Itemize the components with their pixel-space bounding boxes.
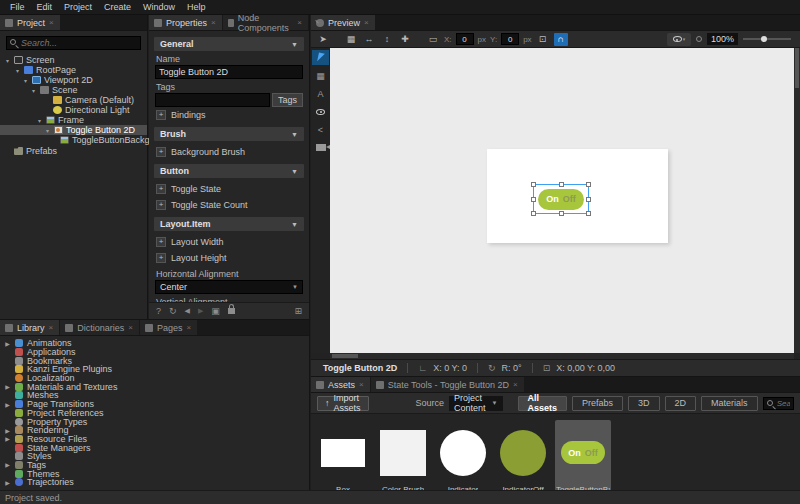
tab-library[interactable]: Library ×	[0, 320, 59, 335]
close-icon[interactable]: ×	[128, 324, 133, 332]
filter-all-assets[interactable]: All Assets	[518, 396, 568, 411]
asset-box[interactable]: Box	[315, 420, 371, 496]
toggle-state-row[interactable]: + Toggle State	[149, 181, 309, 197]
tree-item-rootpage[interactable]: ▾ RootPage	[0, 65, 147, 75]
bindings-row[interactable]: + Bindings	[149, 107, 309, 123]
x-input[interactable]	[456, 33, 474, 45]
help-icon[interactable]: ?	[156, 306, 161, 316]
menu-file[interactable]: File	[4, 1, 31, 13]
anchor-tool-icon[interactable]: ⊡	[536, 33, 550, 46]
expander-icon[interactable]: ▶	[4, 461, 11, 468]
visibility-button[interactable]: ▾	[667, 33, 691, 46]
expander-icon[interactable]: ▾	[44, 127, 51, 134]
tangent-tool[interactable]: <	[312, 122, 329, 137]
add-icon[interactable]: +	[156, 184, 166, 194]
expander-icon[interactable]: ▶	[4, 401, 11, 408]
preview-canvas[interactable]: On Off	[330, 48, 794, 353]
grid-tool-icon[interactable]: ▦	[344, 33, 358, 46]
rect-tool-icon[interactable]: ▭	[426, 33, 440, 46]
scrollbar-thumb[interactable]	[332, 354, 358, 358]
tree-item-scene[interactable]: ▾ Scene	[0, 85, 147, 95]
grid-overlay-tool[interactable]: ▦	[312, 68, 329, 83]
resize-handle[interactable]	[559, 211, 564, 216]
add-icon[interactable]: +	[156, 237, 166, 247]
forward-icon[interactable]: ▶	[198, 307, 203, 315]
expander-icon[interactable]: ▾	[4, 57, 11, 64]
close-icon[interactable]: ×	[513, 381, 518, 389]
asset-indicator-off[interactable]: IndicatorOff	[495, 420, 551, 496]
name-field[interactable]	[155, 65, 303, 79]
filter-2d[interactable]: 2D	[665, 396, 697, 411]
tab-pages[interactable]: Pages ×	[140, 320, 197, 335]
layout-width-row[interactable]: + Layout Width	[149, 234, 309, 250]
resize-handle[interactable]	[531, 197, 536, 202]
tree-item-camera[interactable]: Camera (Default)	[0, 95, 147, 105]
close-icon[interactable]: ×	[49, 324, 54, 332]
tab-preview[interactable]: Preview ×	[311, 15, 375, 30]
menu-create[interactable]: Create	[98, 1, 137, 13]
expander-icon[interactable]: ▶	[4, 383, 11, 390]
zoom-slider-knob[interactable]	[761, 36, 767, 42]
interact-tool-icon[interactable]: ➤	[316, 33, 330, 46]
filter-prefabs[interactable]: Prefabs	[572, 396, 623, 411]
tab-assets[interactable]: Assets ×	[311, 377, 370, 392]
resize-handle[interactable]	[586, 182, 591, 187]
resize-handle[interactable]	[531, 182, 536, 187]
toggle-button-2d[interactable]: On Off	[538, 189, 584, 210]
menu-project[interactable]: Project	[58, 1, 98, 13]
text-tool[interactable]: A	[312, 86, 329, 101]
fit-horizontal-icon[interactable]: ↔	[362, 33, 376, 46]
tags-field[interactable]	[155, 93, 270, 107]
section-layout-item[interactable]: Layout.Item ▼	[154, 217, 304, 231]
expander-icon[interactable]: ▾	[30, 87, 37, 94]
pin-icon[interactable]: ▣	[211, 306, 220, 316]
visibility-tool[interactable]	[312, 104, 329, 119]
close-icon[interactable]: ×	[211, 19, 216, 27]
select-tool[interactable]	[312, 50, 329, 65]
tab-properties[interactable]: Properties ×	[149, 15, 222, 30]
tree-item-prefabs[interactable]: Prefabs	[0, 146, 147, 156]
close-icon[interactable]: ×	[359, 381, 364, 389]
filter-materials[interactable]: Materials	[701, 396, 758, 411]
resize-handle[interactable]	[586, 197, 591, 202]
tree-item-viewport-2d[interactable]: ▾ Viewport 2D	[0, 75, 147, 85]
expander-icon[interactable]: ▶	[4, 435, 11, 442]
lock-icon[interactable]	[228, 308, 235, 314]
asset-indicator[interactable]: Indicator	[435, 420, 491, 496]
menu-edit[interactable]: Edit	[31, 1, 59, 13]
add-icon[interactable]: +	[156, 110, 166, 120]
expander-icon[interactable]: ▶	[4, 427, 11, 434]
tree-item-togglebuttonbackground[interactable]: ToggleButtonBackground	[0, 135, 147, 145]
snap-magnet-icon[interactable]: ∩	[554, 33, 568, 46]
back-icon[interactable]: ◀	[185, 307, 190, 315]
refresh-icon[interactable]: ↻	[169, 306, 177, 316]
layout-height-row[interactable]: + Layout Height	[149, 250, 309, 266]
menu-help[interactable]: Help	[181, 1, 212, 13]
expander-icon[interactable]: ▾	[14, 67, 21, 74]
zoom-slider[interactable]	[743, 38, 791, 40]
add-icon[interactable]: +	[156, 253, 166, 263]
expander-icon[interactable]: ▶	[4, 340, 11, 347]
section-brush[interactable]: Brush ▼	[154, 127, 304, 141]
resize-handle[interactable]	[531, 211, 536, 216]
menu-window[interactable]: Window	[137, 1, 181, 13]
section-button[interactable]: Button ▼	[154, 164, 304, 178]
horizontal-alignment-select[interactable]: Center ▼	[155, 280, 303, 294]
resize-handle[interactable]	[559, 182, 564, 187]
library-item-trajectories[interactable]: ▶Trajectories	[4, 478, 309, 487]
asset-togglebuttonbackground[interactable]: On Off ToggleButtonBac...	[555, 420, 611, 496]
expander-icon[interactable]: ▾	[36, 117, 43, 124]
tab-node-components[interactable]: Node Components ×	[223, 15, 308, 30]
scrollbar-thumb[interactable]	[795, 48, 799, 88]
toggle-state-count-row[interactable]: + Toggle State Count	[149, 197, 309, 213]
import-assets-button[interactable]: ↑ Import Assets	[317, 396, 369, 411]
section-general[interactable]: General ▼	[154, 37, 304, 51]
tree-item-toggle-button-2d[interactable]: ▾ Toggle Button 2D	[0, 125, 147, 135]
zoom-level[interactable]: 100%	[707, 33, 738, 45]
background-brush-row[interactable]: + Background Brush	[149, 144, 309, 160]
add-icon[interactable]: +	[156, 147, 166, 157]
project-search-input[interactable]	[6, 36, 141, 50]
resize-handle[interactable]	[586, 211, 591, 216]
library-item-styles[interactable]: Styles	[4, 452, 309, 461]
add-icon[interactable]: +	[156, 200, 166, 210]
